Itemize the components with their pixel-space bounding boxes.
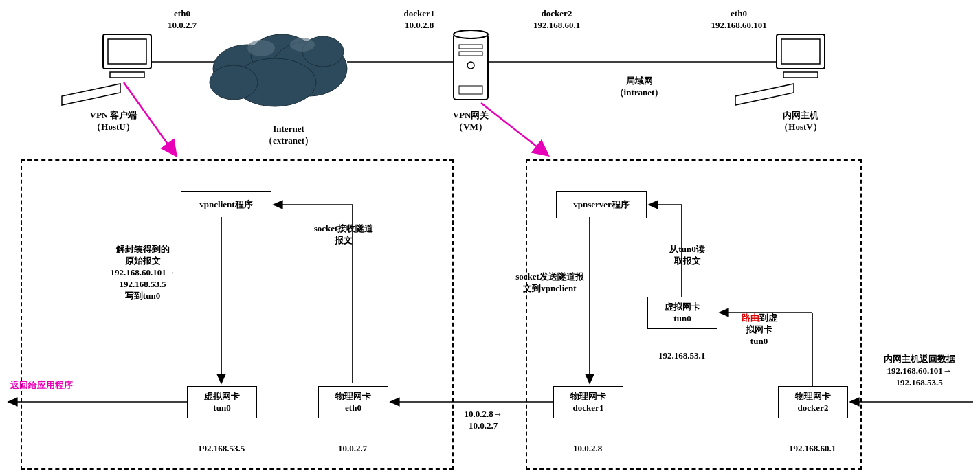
hostu-if-label: eth010.0.2.7	[155, 8, 210, 32]
right-tun-box: 虚拟网卡tun0	[647, 297, 717, 329]
svg-rect-2	[110, 72, 144, 78]
left-eth-ip: 10.0.2.7	[318, 443, 387, 455]
route-label: 路由到虚 拟网卡 tun0	[730, 313, 788, 348]
mid-link-label: 10.0.2.8→10.0.2.7	[452, 409, 514, 432]
left-eth-box: 物理网卡eth0	[318, 386, 388, 418]
svg-rect-12	[454, 34, 488, 100]
svg-point-5	[251, 34, 313, 76]
gw-name-label: VPN网关（VM）	[440, 110, 502, 133]
right-d2-ip: 192.168.60.1	[771, 443, 854, 455]
right-d2-box: 物理网卡docker2	[778, 386, 848, 418]
left-tun-box: 虚拟网卡tun0	[187, 386, 257, 418]
svg-rect-1	[108, 39, 146, 64]
gw-docker2-label: docker2192.168.60.1	[522, 8, 591, 32]
svg-point-6	[271, 41, 347, 96]
svg-rect-19	[781, 39, 820, 64]
readtun-label: 从tun0读取报文	[656, 244, 718, 267]
svg-marker-3	[62, 84, 120, 105]
vpnclient-proc-box: vpnclient程序	[181, 191, 271, 218]
sockrecv-label: socket接收隧道报文	[299, 223, 388, 247]
unpack-label: 解封装得到的 原始报文 192.168.60.101→ 192.168.53.5…	[96, 244, 189, 302]
svg-rect-17	[459, 86, 482, 94]
left-tun-ip: 192.168.53.5	[187, 443, 256, 455]
svg-point-4	[213, 45, 282, 93]
hostv-name-label: 内网主机（HostV）	[766, 110, 835, 133]
svg-point-10	[247, 40, 275, 56]
vpnserver-proc-box: vpnserver程序	[556, 191, 647, 218]
hostv-if-label: eth0192.168.60.101	[698, 8, 780, 32]
svg-rect-15	[459, 52, 482, 56]
svg-rect-14	[459, 45, 482, 49]
svg-point-7	[234, 58, 316, 106]
svg-point-16	[467, 62, 474, 69]
svg-point-8	[210, 65, 258, 100]
svg-point-13	[454, 30, 488, 38]
right-d1-box: 物理网卡docker1	[553, 386, 623, 418]
internet-label: Internet（extranet）	[254, 124, 323, 147]
incoming-label: 内网主机返回数据 192.168.60.101→ 192.168.53.5	[866, 354, 972, 389]
right-d1-ip: 10.0.2.8	[553, 443, 622, 455]
svg-marker-21	[735, 84, 794, 105]
return-app-label: 返回给应用程序	[10, 380, 100, 392]
diagram-canvas: eth010.0.2.7 VPN 客户端（HostU） Internet（ext…	[0, 0, 980, 476]
hostu-name-label: VPN 客户端（HostU）	[72, 110, 155, 133]
svg-point-9	[302, 36, 344, 67]
intranet-label: 局域网（intranet）	[598, 76, 680, 99]
svg-rect-18	[777, 34, 825, 69]
svg-point-11	[290, 38, 315, 52]
socksend-label: socket发送隧道报文到vpnclient	[505, 271, 594, 295]
right-tun-ip: 192.168.53.1	[647, 350, 716, 362]
svg-rect-20	[783, 72, 818, 78]
gw-docker1-label: docker110.0.2.8	[392, 8, 447, 32]
svg-rect-0	[103, 34, 151, 69]
